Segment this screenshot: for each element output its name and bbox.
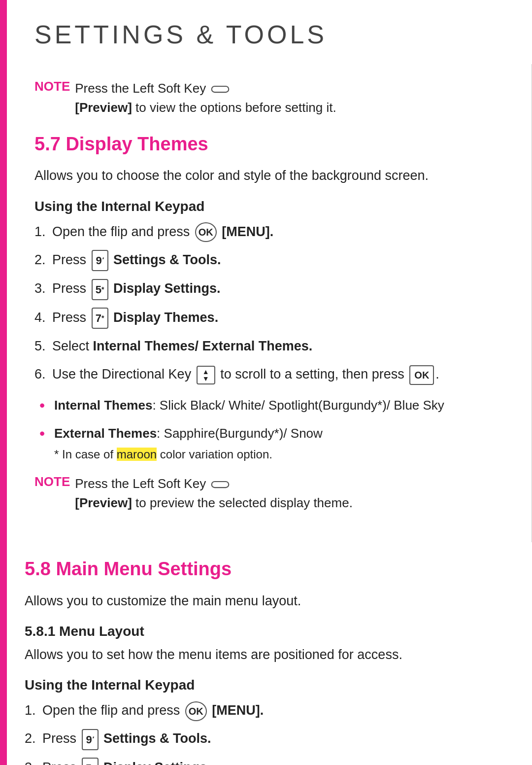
step-6-left: 6. Use the Directional Key ▲ ▼ to scroll… [34,364,512,385]
step-4-left: 4. Press 7* Display Themes. [34,307,512,329]
bullet-content: Internal Themes: Slick Black/ White/ Spo… [54,395,512,416]
note-text-bottom: Press the Left Soft Key [Preview] to pre… [75,474,353,513]
step-num: 1. [25,700,40,721]
step-content: Press 9ʼ Settings & Tools. [52,249,512,271]
subsection-581-heading: 5.8.1 Menu Layout [25,624,507,639]
key-9-icon: 9ʼ [92,250,108,271]
highlight-maroon: maroon [117,448,157,461]
section-58-heading: 5.8 Main Menu Settings [25,557,507,581]
bullet-content: External Themes: Sapphire(Burgundy*)/ Sn… [54,423,512,464]
steps-list-right: 1. Open the flip and press OK [MENU]. 2.… [25,700,507,765]
step-num: 4. [34,307,50,328]
note-text: Press the Left Soft Key [Preview] to vie… [75,79,336,117]
step-content: Use the Directional Key ▲ ▼ to scroll to… [52,364,512,385]
note-label: NOTE [34,79,70,117]
step-content: Press 5* Display Settings. [42,757,507,765]
step-content: Open the flip and press OK [MENU]. [52,221,512,243]
left-column: NOTE Press the Left Soft Key [Preview] t… [0,64,532,542]
key-5-icon: 5* [92,279,108,300]
step-1-left: 1. Open the flip and press OK [MENU]. [34,221,512,243]
subsection-internal-keypad: Using the Internal Keypad [34,199,512,214]
steps-list-left: 1. Open the flip and press OK [MENU]. 2.… [34,221,512,385]
step-content: Select Internal Themes/ External Themes. [52,336,512,357]
preview-bold-2: [Preview] [75,495,132,510]
key-7-icon: 7* [92,308,108,329]
step-1-right: 1. Open the flip and press OK [MENU]. [25,700,507,721]
step-num: 3. [34,278,50,299]
step-5-left: 5. Select Internal Themes/ External Them… [34,336,512,357]
step-num: 2. [25,728,40,749]
subsection-internal-keypad-right: Using the Internal Keypad [25,677,507,693]
bullet-list-left: • Internal Themes: Slick Black/ White/ S… [34,395,512,465]
step-content: Press 7* Display Themes. [52,307,512,329]
ok-key-icon-r: OK [185,701,207,721]
right-column: 5.8 Main Menu Settings Allows you to cus… [0,542,532,765]
step-num: 2. [34,249,50,271]
step-num: 1. [34,221,50,243]
key-9-icon-r: 9ʼ [82,729,99,750]
bullet-external-themes: • External Themes: Sapphire(Burgundy*)/ … [34,423,512,464]
left-soft-key-icon [211,84,230,94]
step-2-right: 2. Press 9ʼ Settings & Tools. [25,728,507,750]
step-content: Open the flip and press OK [MENU]. [42,700,507,721]
section-57-heading: 5.7 Display Themes [34,132,512,156]
note-bottom-left: NOTE Press the Left Soft Key [Preview] t… [34,474,512,513]
preview-bold: [Preview] [75,100,132,115]
step-num: 3. [25,757,40,765]
step-num: 5. [34,336,50,357]
page-title: SETTINGS & TOOLS [34,20,502,49]
ok-key-inline: OK [409,365,434,385]
section-57-intro: Allows you to choose the color and style… [34,165,512,186]
note-label-bottom: NOTE [34,474,70,513]
subsection-581-intro: Allows you to set how the menu items are… [25,644,507,665]
bullet-dot: • [39,423,49,444]
svg-rect-0 [212,86,229,92]
step-content: Press 9ʼ Settings & Tools. [42,728,507,750]
page-container: SETTINGS & TOOLS NOTE Press the Left Sof… [0,0,532,765]
directional-key-icon: ▲ ▼ [197,366,215,384]
page-header: SETTINGS & TOOLS [0,0,532,64]
svg-rect-1 [212,482,229,487]
step-3-right: 3. Press 5* Display Settings. [25,757,507,765]
step-2-left: 2. Press 9ʼ Settings & Tools. [34,249,512,271]
left-soft-key-icon-2 [211,480,230,489]
ok-key-icon: OK [195,222,217,242]
note-top: NOTE Press the Left Soft Key [Preview] t… [34,79,512,117]
content-area: NOTE Press the Left Soft Key [Preview] t… [0,64,532,765]
bullet-internal-themes: • Internal Themes: Slick Black/ White/ S… [34,395,512,416]
step-content: Press 5* Display Settings. [52,278,512,300]
bullet-dot: • [39,395,49,416]
key-5-icon-r: 5* [82,758,99,765]
pink-bar [0,0,7,765]
section-58-intro: Allows you to customize the main menu la… [25,591,507,612]
step-3-left: 3. Press 5* Display Settings. [34,278,512,300]
step-num: 6. [34,364,50,385]
